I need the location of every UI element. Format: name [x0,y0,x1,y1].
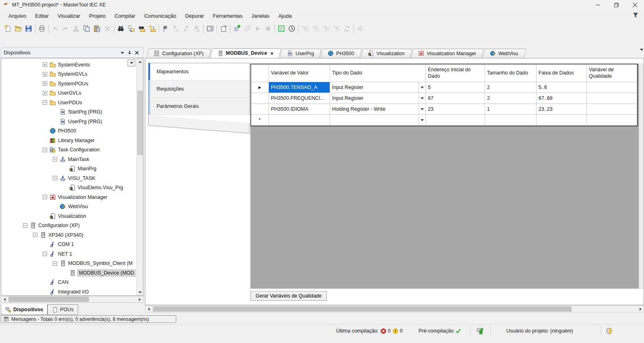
tree-item-visualization[interactable]: Visualization [1,211,136,221]
scrollbar-thumb[interactable] [8,297,89,302]
tree-item-net1[interactable]: −NET 1 [1,249,136,259]
size-cell[interactable]: 2 [485,93,537,104]
expand-icon[interactable]: + [43,62,47,67]
delete-button[interactable] [102,23,113,34]
tree-item-modbus-device[interactable]: MODBUS_Device (MOD [1,268,136,278]
type-cell[interactable]: Input Register [330,93,426,104]
pin-icon[interactable] [126,50,133,56]
column-header-faixa-de-dados[interactable]: Faixa de Dados [537,64,587,82]
toggle-bookmark-button[interactable] [160,23,171,34]
address-cell[interactable]: 67 [426,93,485,104]
tree-item-systemevents[interactable]: +SystemEvents [1,60,136,70]
print-button[interactable] [37,23,47,34]
row-selector[interactable] [251,104,269,115]
stop-button[interactable] [263,23,273,34]
tree-horizontal-scrollbar[interactable] [1,296,143,303]
save-button[interactable] [23,23,34,34]
menu-visualizar[interactable]: Visualizar [53,11,85,21]
restore-button[interactable] [607,0,625,10]
menu-comunicacao[interactable]: Comunicação [140,11,181,21]
type-cell[interactable]: Holding Register - Write [330,104,426,115]
tree-item-task-configuration[interactable]: −Task Configuration [1,145,136,155]
menu-janelas[interactable]: Janelas [247,11,274,21]
menu-ajuda[interactable]: Ajuda [274,11,296,21]
collapse-icon[interactable]: − [43,252,47,256]
new-window-button[interactable] [218,23,229,34]
tab-configuration-xp[interactable]: Configuration (XP) [147,49,209,58]
value-cell[interactable]: PH3500.IDIOMA [269,104,330,115]
collapse-icon[interactable]: − [43,195,47,199]
tree-item-ph3500[interactable]: PH3500 [1,126,136,136]
replace-in-project-button[interactable] [147,23,157,34]
tab-dispositivos[interactable]: Dispositivos [1,304,47,315]
tree-item-visualization-manager[interactable]: −Visualization Manager [1,192,136,202]
step-out-button[interactable] [321,23,331,34]
cut-button[interactable] [71,23,81,34]
column-header-tamanho-do-dado[interactable]: Tamanho do Dado [485,64,537,82]
address-cell[interactable]: 23 [426,104,485,115]
dropdown-arrow-icon[interactable] [419,115,425,125]
value-cell[interactable] [269,115,330,126]
tab-list-dropdown-icon[interactable] [640,51,643,56]
scroll-left-icon[interactable] [145,306,152,312]
scrollbar-thumb[interactable] [153,306,572,312]
side-tab-parametros-gerais[interactable]: Parâmetros Gerais [149,98,249,115]
open-project-button[interactable] [13,23,23,34]
tree-item-can[interactable]: CAN [1,278,136,287]
undo-button[interactable] [50,23,60,34]
filter-funnel-icon[interactable] [632,12,639,19]
tree-item-webvisu[interactable]: WebVisu [1,202,136,212]
close-tab-icon[interactable]: × [270,50,274,56]
scroll-up-icon[interactable] [137,58,143,65]
find-button[interactable] [116,23,126,34]
editor-horizontal-scrollbar[interactable] [145,306,644,312]
runtime-clock-button[interactable] [287,23,297,34]
editor-vertical-scrollbar[interactable] [639,64,643,289]
previous-bookmark-button[interactable] [181,23,192,34]
tab-visualization-manager[interactable]: Visualization Manager [411,49,482,58]
login-button[interactable] [231,23,242,34]
logout-button[interactable] [242,23,252,34]
menu-editar[interactable]: Editar [31,11,53,21]
tab-ph3500[interactable]: PH3500 [320,49,360,58]
type-cell[interactable]: Input Register [330,82,426,93]
scroll-left-icon[interactable] [1,296,8,302]
collapse-icon[interactable]: − [23,223,27,228]
new-row-selector[interactable]: * [251,115,269,126]
tree-item-mainprg[interactable]: MainPrg [1,164,136,174]
dropdown-arrow-icon[interactable] [419,93,425,103]
find-in-project-button[interactable] [136,23,147,34]
start-button[interactable] [252,23,263,34]
tree-item-xp340[interactable]: −XP340 (XP340) [1,230,136,240]
close-button[interactable] [625,0,644,10]
tab-modbus-device[interactable]: MODBUS_Device× [210,48,279,58]
tree-vertical-scrollbar[interactable] [136,58,143,295]
minimize-button[interactable] [588,0,607,10]
tree-item-maintask[interactable]: −MainTask [1,155,136,164]
download-application-button[interactable] [276,23,287,34]
menu-compilar[interactable]: Compilar [110,11,140,21]
menu-arquivo[interactable]: Arquivo [4,11,31,21]
side-tab-requisicoes[interactable]: Requisições [149,81,249,98]
step-into-button[interactable] [310,23,321,34]
column-header-tipo-do-dado[interactable]: Tipo do Dado [330,64,426,82]
tab-pous[interactable]: POUs [47,304,78,315]
tree-item-library-manager[interactable]: Library Manager [1,136,136,145]
scroll-right-icon[interactable] [136,296,143,302]
panel-dropdown-icon[interactable] [119,50,126,56]
side-tab-mapeamentos[interactable]: Mapeamentos [149,63,249,81]
size-cell[interactable] [485,115,537,126]
tree-item-userprg[interactable]: UserPrg (PRG) [1,117,136,126]
copy-button[interactable] [81,23,92,34]
size-cell[interactable]: 2 [485,82,537,93]
step-over-button[interactable] [300,23,310,34]
scroll-down-icon[interactable] [137,289,143,295]
clipboard-panel-button[interactable] [205,23,215,34]
tab-visualization[interactable]: Visualization [361,49,410,58]
scroll-right-icon[interactable] [637,306,644,312]
tree-item-systempous[interactable]: +SystemPOUs [1,79,136,89]
address-cell[interactable]: 5 [426,82,485,93]
menu-depurar[interactable]: Depurar [181,11,208,21]
collapse-icon[interactable]: − [53,176,57,180]
run-to-cursor-button[interactable] [331,23,342,34]
